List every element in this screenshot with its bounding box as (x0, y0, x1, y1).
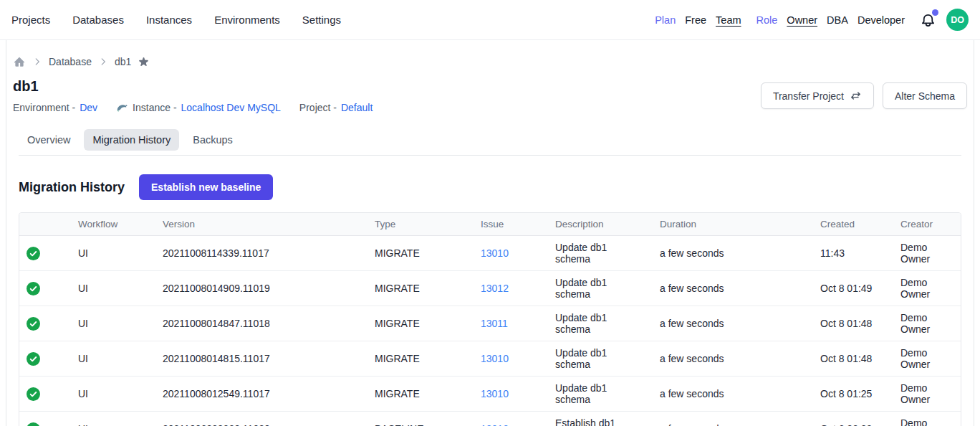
issue-cell: 13013 (472, 412, 547, 426)
avatar[interactable]: DO (946, 9, 969, 31)
role-developer[interactable]: Developer (858, 14, 905, 26)
status-cell (19, 377, 69, 412)
role-owner[interactable]: Owner (787, 14, 817, 26)
breadcrumb: Database db1 (13, 40, 967, 68)
issue-link[interactable]: 13012 (481, 283, 509, 294)
tab-backups[interactable]: Backups (184, 129, 241, 151)
alter-schema-button[interactable]: Alter Schema (883, 82, 967, 109)
col-version: Version (154, 213, 366, 236)
success-check-icon (27, 387, 61, 401)
duration-cell: a few seconds (651, 271, 812, 306)
migration-history-table: Workflow Version Type Issue Description … (19, 212, 961, 426)
table-row[interactable]: UI 20211008014909.11019 MIGRATE 13012 Up… (19, 271, 961, 306)
created-cell: Oct 8 01:49 (812, 271, 892, 306)
main-panel: Database db1 db1 Environment - Dev Insta… (6, 40, 974, 426)
description-cell: Update db1 schema (547, 341, 651, 377)
status-cell (19, 306, 69, 341)
home-icon[interactable] (13, 55, 26, 68)
col-creator: Creator (892, 213, 961, 236)
issue-cell: 13010 (472, 236, 547, 271)
workflow-cell: UI (69, 412, 154, 426)
table-header-row: Workflow Version Type Issue Description … (19, 213, 961, 236)
created-cell: 11:43 (812, 236, 892, 271)
creator-cell: Demo Owner (892, 412, 961, 426)
role-dba[interactable]: DBA (827, 14, 848, 26)
nav-projects[interactable]: Projects (11, 14, 50, 26)
issue-link[interactable]: 13013 (481, 423, 509, 426)
col-created: Created (812, 213, 892, 236)
table-row[interactable]: UI 20211006233228.11020 BASELINE 13013 E… (19, 412, 961, 426)
duration-cell: a few seconds (651, 236, 812, 271)
mysql-dolphin-icon (116, 101, 128, 113)
notification-dot (932, 9, 938, 16)
nav-instances[interactable]: Instances (146, 14, 192, 26)
version-cell: 20211008014909.11019 (154, 271, 366, 306)
description-cell: Update db1 schema (547, 306, 651, 341)
project-link[interactable]: Default (341, 102, 373, 113)
success-check-icon (27, 247, 61, 260)
instance-link[interactable]: Localhost Dev MySQL (181, 102, 281, 113)
col-description: Description (547, 213, 651, 236)
table-row[interactable]: UI 20211008014847.11018 MIGRATE 13011 Up… (19, 306, 961, 341)
alter-schema-label: Alter Schema (895, 90, 955, 102)
duration-cell: a few seconds (651, 412, 812, 426)
creator-cell: Demo Owner (892, 341, 961, 377)
issue-link[interactable]: 13010 (481, 247, 509, 259)
chevron-right-icon (98, 57, 108, 67)
type-cell: BASELINE (366, 412, 472, 426)
version-cell: 20211008012549.11017 (154, 377, 366, 412)
environment-link[interactable]: Dev (80, 102, 97, 113)
transfer-arrows-icon (850, 90, 862, 102)
star-icon[interactable] (138, 56, 150, 68)
top-navigation: Projects Databases Instances Environment… (0, 0, 980, 40)
col-issue: Issue (472, 213, 547, 236)
transfer-project-button[interactable]: Transfer Project (761, 82, 874, 109)
tab-overview[interactable]: Overview (19, 129, 79, 151)
workflow-cell: UI (69, 341, 154, 377)
col-status (19, 213, 69, 236)
issue-cell: 13010 (472, 377, 547, 412)
created-cell: Oct 8 01:48 (812, 306, 892, 341)
tab-migration-history[interactable]: Migration History (84, 129, 179, 151)
status-cell (19, 236, 69, 271)
created-cell: Oct 8 01:25 (812, 377, 892, 412)
nav-settings[interactable]: Settings (302, 14, 341, 26)
role-label: Role (756, 14, 778, 26)
breadcrumb-db1[interactable]: db1 (115, 56, 131, 67)
main-menu: Projects Databases Instances Environment… (11, 14, 341, 26)
workflow-cell: UI (69, 306, 154, 341)
issue-link[interactable]: 13010 (481, 353, 509, 364)
tabs-bar: Overview Migration History Backups (19, 129, 961, 156)
page-title: db1 (13, 78, 373, 95)
table-row[interactable]: UI 20211008114339.11017 MIGRATE 13010 Up… (19, 236, 961, 271)
workflow-cell: UI (69, 236, 154, 271)
breadcrumb-database[interactable]: Database (49, 56, 92, 67)
version-cell: 20211008114339.11017 (154, 236, 366, 271)
type-cell: MIGRATE (366, 236, 472, 271)
establish-baseline-button[interactable]: Establish new baseline (139, 174, 273, 200)
success-check-icon (27, 317, 61, 331)
database-info-row: Environment - Dev Instance - Localhost D… (13, 101, 373, 113)
status-cell (19, 412, 69, 426)
account-cluster: Plan Free Team Role Owner DBA Developer … (655, 9, 969, 31)
version-cell: 20211006233228.11020 (154, 412, 366, 426)
success-check-icon (27, 352, 61, 366)
description-cell: Update db1 schema (547, 236, 651, 271)
plan-team[interactable]: Team (716, 14, 741, 26)
nav-databases[interactable]: Databases (72, 14, 124, 26)
plan-free[interactable]: Free (685, 14, 706, 26)
creator-cell: Demo Owner (892, 271, 961, 306)
instance-label: Instance - (133, 102, 176, 113)
status-cell (19, 271, 69, 306)
description-cell: Establish db1 baseline (547, 412, 651, 426)
table-row[interactable]: UI 20211008014815.11017 MIGRATE 13010 Up… (19, 341, 961, 377)
issue-link[interactable]: 13011 (481, 318, 508, 329)
nav-environments[interactable]: Environments (214, 14, 280, 26)
duration-cell: a few seconds (651, 341, 812, 377)
issue-link[interactable]: 13010 (481, 388, 509, 399)
version-cell: 20211008014847.11018 (154, 306, 366, 341)
table-row[interactable]: UI 20211008012549.11017 MIGRATE 13010 Up… (19, 377, 961, 412)
col-workflow: Workflow (69, 213, 154, 236)
chevron-right-icon (32, 57, 42, 67)
notification-bell-button[interactable] (918, 11, 937, 29)
